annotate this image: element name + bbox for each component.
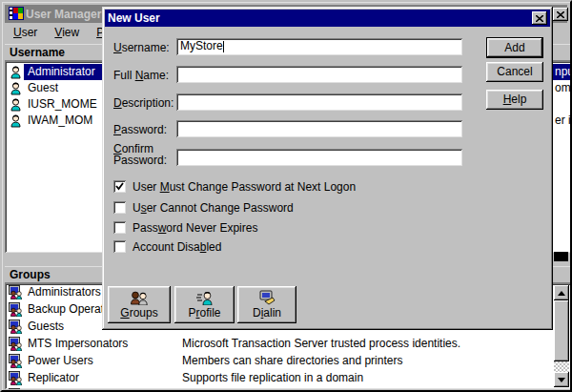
check-icon (115, 182, 124, 191)
group-icon (9, 337, 24, 351)
user-description-fragment: om (555, 81, 571, 94)
window-title: User Manager (26, 8, 101, 21)
text-caret (223, 41, 224, 52)
username-input[interactable]: MyStore (176, 38, 462, 55)
group-icon (9, 302, 24, 317)
cancel-button[interactable]: Cancel (486, 62, 543, 82)
profile-button[interactable]: Profile (174, 286, 235, 323)
dialog-close-button[interactable] (532, 11, 547, 25)
user-manager-icon (9, 7, 24, 20)
scroll-up-button[interactable] (554, 285, 569, 300)
two-users-icon (129, 290, 150, 305)
checkbox-box[interactable] (113, 221, 126, 234)
arrow-up-icon (558, 291, 565, 296)
group-description: Microsoft Transaction Server trusted pro… (182, 337, 460, 350)
profile-button-label: Profile (174, 306, 235, 320)
group-row[interactable]: MTS Impersonators Microsoft Transaction … (5, 336, 571, 353)
full-name-input[interactable] (176, 66, 462, 83)
group-description: Members can share directories and printe… (182, 354, 402, 367)
full-name-label: Full Name: (113, 69, 169, 82)
username-label: Username: (113, 41, 170, 54)
groups-button-label: Groups (108, 306, 171, 320)
user-icon (9, 97, 23, 112)
checkbox-label: User Must Change Password at Next Logon (133, 180, 356, 194)
group-icon (9, 320, 24, 334)
group-name: Replicator (28, 371, 79, 384)
group-name: Users (28, 388, 57, 389)
password-input[interactable] (176, 120, 462, 137)
user-description-fragment: npu (555, 65, 571, 78)
user-manager-window: User Manager User View Policies Username… (0, 0, 572, 392)
menu-view[interactable]: View (46, 24, 88, 41)
user-profile-icon (194, 290, 215, 305)
group-row[interactable]: Replicator Supports file replication in … (5, 370, 571, 387)
new-user-dialog: New User Username: MyStore Full Name: De… (102, 7, 553, 330)
password-label: Password: (113, 123, 167, 136)
dialog-titlebar[interactable]: New User (105, 10, 550, 27)
dialin-button[interactable]: Dialin (237, 286, 296, 323)
checkbox-box[interactable] (113, 180, 126, 193)
group-name: Administrators (28, 285, 101, 299)
user-icon (9, 113, 23, 128)
group-icon (9, 285, 24, 299)
arrow-down-icon (558, 378, 565, 382)
checkbox-box[interactable] (113, 240, 126, 253)
user-name: Administrator (28, 65, 95, 78)
user-icon (9, 65, 23, 79)
scroll-down-button[interactable] (554, 372, 569, 387)
scrollbar-thumb[interactable] (554, 300, 569, 361)
group-row[interactable]: Users Ordinary users (5, 387, 571, 389)
checkbox-box[interactable] (113, 201, 126, 214)
splitter-fragment (554, 252, 568, 261)
user-name: Guest (28, 81, 58, 94)
group-description: Supports file replication in a domain (182, 371, 363, 384)
group-name: MTS Impersonators (28, 337, 128, 350)
user-name: IWAM_MOM (28, 113, 92, 127)
groups-scrollbar (554, 285, 569, 387)
user-description-fragment: er i (555, 113, 571, 127)
add-button[interactable]: Add (486, 37, 543, 58)
group-description: Ordinary users (182, 388, 257, 389)
scrollbar-track[interactable] (554, 361, 569, 372)
description-label: Description: (113, 96, 174, 110)
confirm-password-input[interactable] (176, 149, 462, 166)
close-icon (557, 11, 564, 18)
group-icon (9, 388, 24, 389)
dialog-title: New User (108, 11, 160, 25)
dialin-button-label: Dialin (237, 306, 296, 320)
confirm-password-label: ConfirmPassword: (113, 143, 167, 166)
group-name: Power Users (28, 354, 93, 367)
checkbox-label: Password Never Expires (133, 221, 257, 235)
dialin-computer-icon (256, 290, 277, 305)
help-button[interactable]: Help (486, 90, 543, 110)
close-icon (536, 15, 543, 22)
user-name: IUSR_MOME (28, 97, 97, 111)
user-icon (9, 81, 23, 95)
checkbox-label: Account Disabled (133, 240, 221, 254)
group-name: Guests (28, 320, 64, 333)
description-input[interactable] (176, 93, 462, 111)
main-close-button[interactable] (553, 8, 568, 21)
group-row[interactable]: Power Users Members can share directorie… (5, 353, 571, 370)
group-icon (9, 354, 24, 368)
group-icon (9, 371, 24, 385)
menu-user[interactable]: User (5, 24, 46, 41)
checkbox-label: User Cannot Change Password (133, 201, 294, 215)
groups-button[interactable]: Groups (108, 286, 171, 323)
